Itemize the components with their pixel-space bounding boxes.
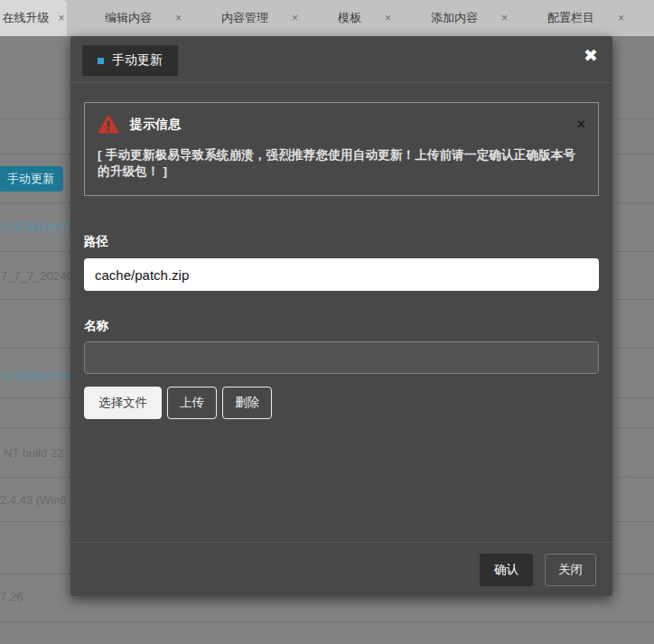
tab-content-management[interactable]: 内容管理 × (201, 0, 318, 36)
tab-label: 模板 (338, 10, 361, 26)
upload-button[interactable]: 上传 (167, 387, 217, 419)
modal-close-icon[interactable]: ✖ (584, 47, 598, 64)
background-partial-text: 2.4.43 (Win6 (0, 493, 67, 507)
tab-edit-content[interactable]: 编辑内容 × (85, 0, 201, 36)
modal-footer: 确认 关闭 (70, 542, 612, 596)
name-label: 名称 (84, 318, 599, 334)
tab-close-icon[interactable]: × (501, 12, 508, 24)
blue-square-icon (98, 58, 104, 64)
path-label: 路径 (84, 234, 599, 250)
tab-online-upgrade[interactable]: 在线升级 × (0, 0, 67, 36)
warning-close-icon[interactable]: × (577, 117, 585, 132)
manual-update-button-background: 手动更新 (0, 166, 63, 191)
background-partial-text: 7.26 (0, 590, 23, 603)
confirm-button[interactable]: 确认 (480, 554, 533, 586)
modal-title: 手动更新 (112, 52, 163, 69)
modal-header: 手动更新 ✖ (70, 36, 612, 83)
tab-configure-column[interactable]: 配置栏目 × (528, 0, 644, 36)
file-button-row: 选择文件 上传 删除 (84, 387, 599, 419)
background-partial-text: 企业网站管理 (1, 369, 71, 385)
warning-panel: 提示信息 × [ 手动更新极易导致系统崩溃，强烈推荐您使用自动更新！上传前请一定… (84, 102, 599, 196)
choose-file-button[interactable]: 选择文件 (84, 387, 162, 419)
tab-close-icon[interactable]: × (385, 12, 391, 24)
tab-add-content[interactable]: 添加内容 × (411, 0, 528, 36)
close-button[interactable]: 关闭 (545, 554, 596, 586)
tab-label: 添加内容 (431, 10, 478, 26)
path-input[interactable] (84, 258, 599, 291)
tab-label: 配置栏目 (547, 10, 594, 26)
modal-title-box: 手动更新 (82, 45, 178, 76)
name-input[interactable] (84, 341, 599, 374)
warning-triangle-icon (98, 115, 119, 134)
delete-button[interactable]: 删除 (222, 387, 272, 419)
warning-title: 提示信息 (130, 117, 181, 133)
manual-update-modal: 手动更新 ✖ 提示信息 × [ 手动更新极易导致系统崩溃，强烈推荐您使用自动更新… (70, 36, 612, 596)
modal-body: 提示信息 × [ 手动更新极易导致系统崩溃，强烈推荐您使用自动更新！上传前请一定… (70, 102, 612, 419)
tab-label: 编辑内容 (105, 10, 152, 26)
tab-label: 在线升级 (3, 10, 50, 26)
tab-label: 内容管理 (221, 10, 268, 26)
table-row-divider (0, 621, 654, 622)
background-partial-text: NT build 22 (4, 446, 63, 460)
warning-header: 提示信息 × (98, 115, 585, 134)
tab-close-icon[interactable]: × (292, 12, 298, 24)
tab-close-icon[interactable]: × (59, 12, 65, 24)
tab-close-icon[interactable]: × (618, 12, 624, 24)
tab-close-icon[interactable]: × (175, 12, 182, 24)
warning-message: [ 手动更新极易导致系统崩溃，强烈推荐您使用自动更新！上传前请一定确认正确版本号… (98, 147, 585, 180)
background-partial-text: 州易通科技有 (1, 219, 71, 236)
background-partial-text: 7_7_7_20240 (1, 269, 73, 283)
tab-template[interactable]: 模板 × (318, 0, 411, 36)
tab-bar: 在线升级 × 编辑内容 × 内容管理 × 模板 × 添加内容 × 配置栏目 × (0, 0, 654, 36)
